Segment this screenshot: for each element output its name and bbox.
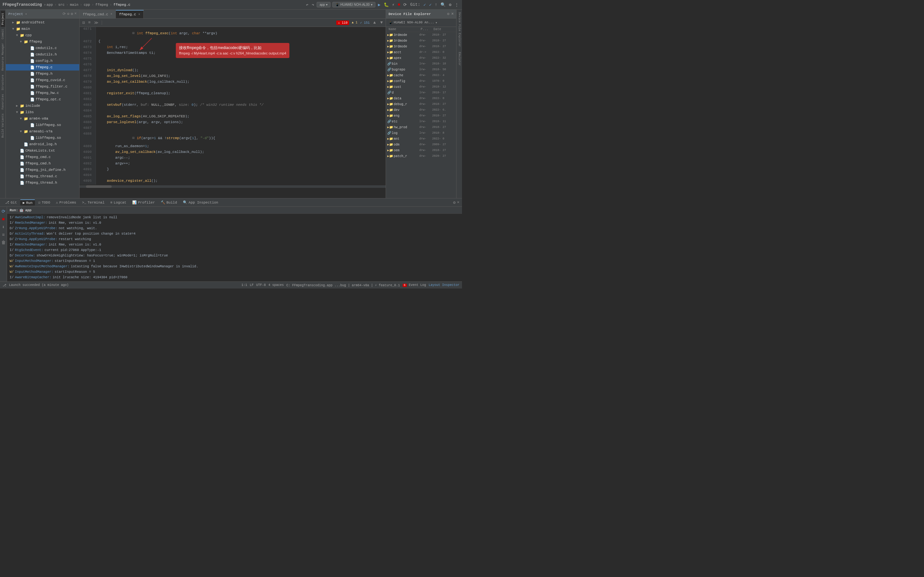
redo-icon[interactable]: ↷ xyxy=(311,2,315,8)
bottom-tab-git[interactable]: ⎇ Git xyxy=(3,200,19,205)
fe-row-cache[interactable]: ▶📁cache drw- 2022- 4 xyxy=(386,73,456,78)
tree-config-h[interactable]: 📄 config.h xyxy=(6,58,79,64)
run-clear-btn[interactable]: 🗑 xyxy=(0,239,7,246)
event-log-badge[interactable]: 6 Event Log xyxy=(403,284,426,287)
bottom-tab-logcat[interactable]: ≡ Logcat xyxy=(108,200,129,205)
run-stop-btn[interactable]: ■ xyxy=(1,216,6,222)
git-push[interactable]: ↑ xyxy=(434,2,438,8)
left-tab-build[interactable]: Build Variants xyxy=(1,111,5,140)
fe-row-eng[interactable]: ▶📁eng drw- 2018- 27 xyxy=(386,113,456,119)
tab-close-ffmpeg-cmd[interactable]: × xyxy=(110,13,112,16)
tree-cmake[interactable]: 📄 CMakeLists.txt xyxy=(6,147,79,154)
bottom-close-icon[interactable]: × xyxy=(457,200,459,205)
bottom-tab-todo[interactable]: ☑ TODO xyxy=(36,200,53,205)
fe-row-acct[interactable]: ▶📁acct dr-> 2022- 0 xyxy=(386,49,456,55)
settings-sidebar-icon[interactable]: ⚙ xyxy=(71,11,73,16)
layout-inspector-btn[interactable]: Layout Inspector xyxy=(429,284,459,287)
tree-cpp[interactable]: ▼ 📁 cpp xyxy=(6,32,79,39)
collapse-all-icon[interactable]: ⊖ xyxy=(67,11,69,16)
close-sidebar-icon[interactable]: × xyxy=(74,11,77,16)
tree-libffmpeg-so1[interactable]: 📄 libffmpeg.so xyxy=(6,122,79,128)
bottom-tab-build[interactable]: 🔨 Build xyxy=(158,200,180,205)
fe-row-patch-r[interactable]: ▶📁patch_r drw- 2020- 27 xyxy=(386,153,456,159)
right-tab-emulator[interactable]: Emulator xyxy=(457,49,462,68)
run-filter-btn[interactable]: ≡ xyxy=(1,232,6,238)
tree-ffmpeg-filter[interactable]: 📄 ffmpeg_filter.c xyxy=(6,83,79,90)
tree-ffmpeg-hw[interactable]: 📄 ffmpeg_hw.c xyxy=(6,90,79,96)
tree-ffmpeg-jni[interactable]: 📄 ffmpeg_jni_define.h xyxy=(6,167,79,173)
fe-row-3rdmode2[interactable]: ▶📁3rdmode drw- 2018- 27 xyxy=(386,38,456,44)
search-icon[interactable]: 🔍 xyxy=(440,2,446,8)
bc-file[interactable]: ffmpeg.c xyxy=(113,3,131,7)
tree-ffmpeg-cuvid[interactable]: 📄 ffmpeg_cuvid.c xyxy=(6,77,79,83)
status-indent[interactable]: 4 spaces xyxy=(268,284,284,287)
tree-cmdutils-h[interactable]: 📄 cmdutils.h xyxy=(6,51,79,58)
nav-down-icon[interactable]: ▼ xyxy=(379,20,384,25)
bc-cpp[interactable]: cpp xyxy=(84,3,90,7)
tree-ffmpeg-cmd-h[interactable]: 📄 ffmpeg_cmd.h xyxy=(6,160,79,167)
sync-files-icon[interactable]: ⟳ xyxy=(63,11,66,16)
fe-row-d[interactable]: 🔗d lrw- 2018- 17 xyxy=(386,90,456,95)
bottom-tab-profiler[interactable]: 📊 Profiler xyxy=(129,200,158,205)
run-restart-btn[interactable]: ⟳ xyxy=(0,208,7,215)
tree-include[interactable]: ▶ 📁 include xyxy=(6,103,79,109)
bottom-tab-app-inspection[interactable]: 🔍 App Inspection xyxy=(180,200,221,205)
more-icon[interactable]: ⋮ xyxy=(454,2,459,8)
fe-row-odm[interactable]: ▶📁odm drw- 2009- 27 xyxy=(386,142,456,147)
tree-ffmpeg-h[interactable]: 📄 ffmpeg.h xyxy=(6,71,79,77)
tree-libs[interactable]: ▼ 📁 libs xyxy=(6,109,79,115)
navigate-icon[interactable]: ≫ xyxy=(93,20,99,26)
tree-ffmpeg-c[interactable]: 📄 ffmpeg.c xyxy=(6,64,79,71)
tree-android-log[interactable]: 📄 android_log.h xyxy=(6,141,79,147)
bottom-tab-terminal[interactable]: >_ Terminal xyxy=(79,200,107,205)
fe-row-hw-prod[interactable]: ▶📁hw_prod drw- 2018- 27 xyxy=(386,124,456,130)
fe-row-debug-r[interactable]: ▶📁debug_r drw- 2018- 27 xyxy=(386,101,456,107)
fe-row-log[interactable]: 🔗log lrw- 2018- 8 xyxy=(386,130,456,136)
fe-row-data[interactable]: ▶📁data drw- 2022- 0 xyxy=(386,95,456,101)
left-tab-resource[interactable]: Resource Manager xyxy=(1,41,5,73)
fe-row-mnt[interactable]: ▶📁mnt drw- 2022- 0 xyxy=(386,136,456,142)
run-icon[interactable]: ▶ xyxy=(377,2,381,8)
bottom-tab-run[interactable]: ▶ Run xyxy=(20,199,35,205)
left-tab-structure[interactable]: Structure xyxy=(1,73,5,92)
undo-icon[interactable]: ↶ xyxy=(305,2,309,8)
tab-close-ffmpeg-c[interactable]: × xyxy=(138,13,140,16)
left-tab-project[interactable]: Project xyxy=(1,11,5,27)
fe-row-bin[interactable]: 🔗bin lrw- 2018- 18 xyxy=(386,61,456,67)
git-check1[interactable]: ✓ xyxy=(423,2,427,8)
format-icon[interactable]: ≡ xyxy=(87,20,92,25)
run-scroll-btn[interactable]: ⬇ xyxy=(1,224,6,230)
git-check2[interactable]: ✓ xyxy=(429,2,433,8)
bc-src[interactable]: src xyxy=(58,3,65,7)
bc-ffmpeg[interactable]: ffmpeg xyxy=(95,3,108,7)
tree-ffmpeg-cmd-c[interactable]: 📄 ffmpeg_cmd.c xyxy=(6,154,79,160)
attach-icon[interactable]: ⚡ xyxy=(391,2,395,8)
fe-row-dev[interactable]: ▶📁dev drw- 2022- 6. xyxy=(386,107,456,113)
struct-icon[interactable]: ⊡ xyxy=(81,20,86,26)
device-btn[interactable]: 📱 HUAWEI NOH-AL00 ▾ xyxy=(333,2,375,7)
fe-row-etc[interactable]: 🔗etc lrw- 2018- 11 xyxy=(386,119,456,124)
status-position[interactable]: 1:1 xyxy=(241,284,247,287)
left-tab-commit[interactable]: Commit xyxy=(1,27,5,41)
fe-row-3rdmode3[interactable]: ▶📁3rdmode drw- 2018- 27 xyxy=(386,44,456,49)
code-editor[interactable]: 接收ffmpeg命令，包括mediacodec硬编码，比如 ffmpeg -i … xyxy=(79,27,386,198)
fe-row-3rdmode1[interactable]: ▶📁3rdmode drw- 2018- 27 xyxy=(386,32,456,38)
log-content[interactable]: I/HwViewRootImpl: removeInvalidNode jank… xyxy=(7,214,462,282)
fe-settings-icon[interactable]: ⚙ xyxy=(447,11,449,16)
tree-ffmpeg-thread-h[interactable]: 📄 ffmpeg_thread.h xyxy=(6,179,79,186)
fe-row-config[interactable]: ▶📁config drw- 1970- 0 xyxy=(386,78,456,84)
fe-row-oem[interactable]: ▶📁oem drw- 2018- 27 xyxy=(386,147,456,153)
nav-up-icon[interactable]: ▲ xyxy=(372,20,376,25)
stop-icon[interactable]: ■ xyxy=(397,2,401,8)
tree-cmdutils-c[interactable]: 📄 cmdutils.c xyxy=(6,45,79,51)
status-git-icon[interactable]: ⎇ xyxy=(3,284,6,287)
status-lf[interactable]: LF xyxy=(250,284,254,287)
left-tab-favorites[interactable]: Favorites xyxy=(1,92,5,111)
tab-ffmpeg-c[interactable]: ffmpeg.c × xyxy=(116,10,144,18)
tree-main[interactable]: ▼ 📁 main xyxy=(6,26,79,32)
fe-row-cust[interactable]: ▶📁cust drw- 2018- 12 xyxy=(386,84,456,90)
bc-main[interactable]: main xyxy=(70,3,78,7)
tree-ffmpeg-thread-c[interactable]: 📄 ffmpeg_thread.c xyxy=(6,173,79,179)
right-tab-device-file-explorer[interactable]: Device File Explorer xyxy=(457,10,462,49)
bottom-settings-icon[interactable]: ⚙ xyxy=(453,200,456,205)
